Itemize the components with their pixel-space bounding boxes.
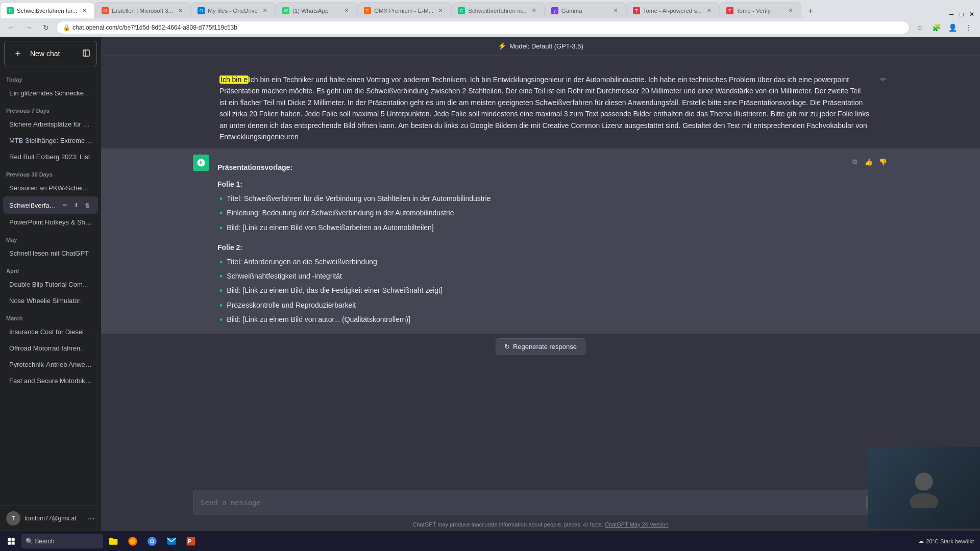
- assistant-message-content: Präsentationsvorlage: Folie 1: • Titel: …: [217, 155, 841, 328]
- address-bar[interactable]: 🔒 chat.openai.com/c/be7f1d5d-8d52-4664-a…: [56, 21, 910, 34]
- tab-wa[interactable]: W (1) WhatsApp ✕: [276, 2, 357, 18]
- sidebar-item-schnell-text: Schnell lesen mit ChatGPT: [9, 249, 92, 257]
- tab-chatgpt1[interactable]: C Schweißverfahren für... ✕: [0, 2, 95, 18]
- folie1-bullet3-text: Bild: [Link zu einem Bild von Schweißarb…: [227, 222, 433, 235]
- sidebar-item-nosewheele[interactable]: Nose Wheelie Simulator.: [3, 293, 98, 309]
- tab-close-wa[interactable]: ✕: [342, 7, 351, 15]
- sidebar-toggle-icon[interactable]: [82, 49, 90, 59]
- sidebar-item-sensoren[interactable]: Sensoren an PKW-Scheiben: [3, 180, 98, 196]
- taskbar: 🔍 Search P ☁ 20°C Stark bewölkt: [0, 531, 980, 551]
- sidebar-item-glitzernd[interactable]: Ein glitzerndes Schnecken-Ab...: [3, 85, 98, 101]
- sidebar-item-offroad-text: Offroad Motorrad fahren.: [9, 344, 92, 352]
- tab-close-gmx[interactable]: ✕: [436, 7, 445, 15]
- tab-chatgpt2[interactable]: C Schweißverfahren in... ✕: [451, 2, 544, 18]
- tab-favicon-wa: W: [282, 7, 289, 14]
- folie1-bullet2-text: Einleitung: Bedeutung der Schweißverbind…: [227, 207, 454, 220]
- sidebar-item-sicher[interactable]: Sichere Arbeitsplätze für LKW...: [3, 116, 98, 132]
- app: New chat Today Ein glitzerndes Schnecken…: [0, 37, 980, 531]
- user-message-actions: ✏: [878, 72, 888, 142]
- share-icon[interactable]: ⬆: [71, 201, 81, 210]
- tab-gamma[interactable]: γ Gamma ✕: [545, 2, 626, 18]
- svg-point-5: [910, 493, 938, 508]
- user-email: tomtom77@gmx.at: [24, 515, 77, 522]
- folie1-bullet2: • Einleitung: Bedeutung der Schweißverbi…: [217, 207, 841, 220]
- bullet-icon: •: [219, 285, 223, 297]
- delete-icon[interactable]: 🗑: [83, 201, 92, 210]
- sidebar-user[interactable]: T tomtom77@gmx.at ⋯: [0, 506, 101, 531]
- start-button[interactable]: [2, 532, 20, 550]
- chat-area: Ich bin eIch bin ein Techniker und halte…: [101, 56, 980, 484]
- folie2-bullet3-text: Bild: [Link zu einem Bild, das die Festi…: [227, 285, 443, 297]
- user-avatar: T: [6, 511, 20, 525]
- reload-button[interactable]: ↻: [39, 20, 53, 35]
- edit-icon[interactable]: ✏: [60, 201, 69, 210]
- taskbar-powerpoint[interactable]: P: [182, 532, 200, 550]
- window-close[interactable]: ✕: [968, 10, 976, 18]
- window-minimize[interactable]: ─: [947, 10, 955, 18]
- sidebar-item-schnell[interactable]: Schnell lesen mit ChatGPT: [3, 245, 98, 261]
- folie2-bullet4-text: Prozesskontrolle und Reproduzierbarkeit: [227, 299, 356, 312]
- address-bar-row: ← → ↻ 🔒 chat.openai.com/c/be7f1d5d-8d52-…: [0, 18, 980, 37]
- tab-gmx[interactable]: G GMX Premium - E-M... ✕: [357, 2, 451, 18]
- tab-label-gmx: GMX Premium - E-M...: [374, 8, 433, 14]
- tab-close-onedrive[interactable]: ✕: [261, 7, 269, 15]
- sidebar-item-hotkeys[interactable]: PowerPoint Hotkeys & Shortc...: [3, 214, 98, 230]
- svg-point-14: [151, 540, 154, 542]
- new-chat-button[interactable]: New chat: [4, 41, 97, 66]
- folie2-bullet5: • Bild: [Link zu einem Bild von autor...…: [217, 314, 841, 327]
- taskbar-explorer[interactable]: [104, 532, 122, 550]
- sidebar-item-redbull[interactable]: Red Bull Erzberg 2023: List: [3, 149, 98, 165]
- section-today: Today: [0, 70, 101, 85]
- section-march: March: [0, 309, 101, 323]
- tab-close-chatgpt1[interactable]: ✕: [80, 7, 88, 15]
- disclaimer-link[interactable]: ChatGPT May 24 Version: [605, 521, 669, 528]
- user-menu-icon[interactable]: ⋯: [87, 514, 95, 523]
- sidebar-item-schweiss[interactable]: Schweißverfahren fü... ✏ ⬆ 🗑: [3, 196, 98, 214]
- thumbsup-icon[interactable]: 👍: [864, 157, 874, 167]
- settings-icon[interactable]: ⋮: [962, 20, 976, 35]
- sidebar-item-mtb[interactable]: MTB Steilhänge: Extreme Fah...: [3, 133, 98, 148]
- tab-close-ms[interactable]: ✕: [176, 7, 184, 15]
- copy-icon[interactable]: ⧉: [849, 157, 860, 167]
- taskbar-outlook[interactable]: [162, 532, 181, 550]
- sidebar-item-offroad[interactable]: Offroad Motorrad fahren.: [3, 340, 98, 356]
- input-area: [101, 484, 980, 518]
- extensions-icon[interactable]: 🧩: [929, 20, 943, 35]
- sidebar-item-pyro[interactable]: Pyrotechnik-Antrieb Anwend...: [3, 357, 98, 372]
- taskbar-firefox[interactable]: [124, 532, 142, 550]
- forward-button[interactable]: →: [21, 20, 36, 35]
- sidebar-item-doubleblip[interactable]: Double Blip Tutorial Compilati...: [3, 277, 98, 292]
- taskbar-chrome[interactable]: [143, 532, 161, 550]
- tab-close-tome1[interactable]: ✕: [705, 7, 713, 15]
- response-intro: Präsentationsvorlage:: [217, 162, 841, 173]
- browser-chrome: C Schweißverfahren für... ✕ M Erstellen …: [0, 0, 980, 37]
- tab-close-gamma[interactable]: ✕: [611, 7, 620, 15]
- tab-favicon-chatgpt2: C: [458, 7, 465, 14]
- svg-point-11: [130, 538, 135, 544]
- video-person: [868, 447, 980, 529]
- thumbsdown-icon[interactable]: 👎: [878, 157, 888, 167]
- tab-onedrive[interactable]: O My files - OneDrive ✕: [191, 2, 276, 18]
- window-maximize[interactable]: □: [958, 10, 966, 18]
- tab-label-wa: (1) WhatsApp: [292, 8, 339, 14]
- taskbar-search[interactable]: 🔍 Search: [21, 534, 103, 548]
- address-text[interactable]: chat.openai.com/c/be7f1d5d-8d52-4664-a80…: [72, 24, 237, 31]
- new-tab-button[interactable]: +: [803, 4, 818, 18]
- tab-label-gamma: Gamma: [561, 8, 608, 14]
- tab-tome1[interactable]: T Tome - AI-powered s... ✕: [626, 2, 720, 18]
- tab-close-tome2[interactable]: ✕: [787, 7, 795, 15]
- tab-favicon-ms: M: [102, 7, 109, 14]
- tab-close-chatgpt2[interactable]: ✕: [530, 7, 538, 15]
- section-may: May: [0, 231, 101, 245]
- tab-ms[interactable]: M Erstellen | Microsoft 3... ✕: [95, 2, 191, 18]
- regenerate-button[interactable]: ↻ Regenerate response: [496, 338, 585, 355]
- edit-message-icon[interactable]: ✏: [878, 74, 888, 84]
- chat-input[interactable]: [201, 498, 861, 507]
- profile-icon[interactable]: 👤: [945, 20, 960, 35]
- back-button[interactable]: ←: [4, 20, 18, 35]
- bookmark-icon[interactable]: ☆: [913, 20, 927, 35]
- tab-tome2[interactable]: T Tome - Verify ✕: [720, 2, 801, 18]
- sidebar-item-insurance[interactable]: Insurance Cost for Diesel Car: [3, 324, 98, 340]
- sidebar-item-fastmoto[interactable]: Fast and Secure Motorbike Lo...: [3, 373, 98, 389]
- assistant-message-row: Präsentationsvorlage: Folie 1: • Titel: …: [101, 148, 980, 334]
